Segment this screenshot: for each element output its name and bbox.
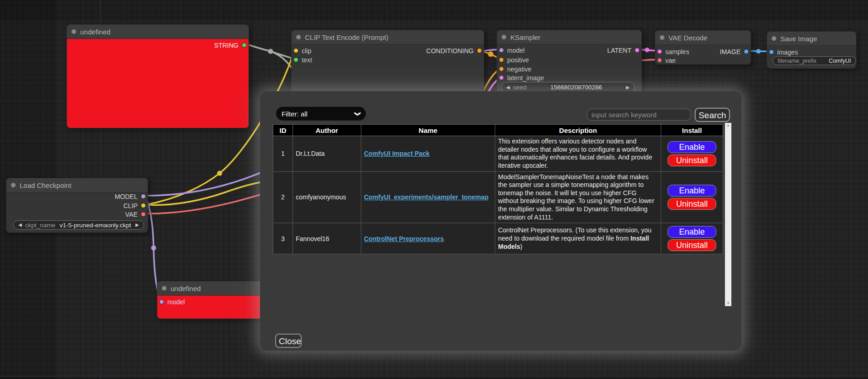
output-label-string: STRING: [214, 42, 238, 49]
table-header-row: ID Author Name Description Install: [273, 125, 723, 136]
input-label-text: text: [302, 56, 312, 64]
reroute-dot-string: [268, 49, 273, 54]
wire-string-to-text: [248, 44, 295, 59]
ckpt-name-widget[interactable]: ◀ ckpt_name v1-5-pruned-emaonly.ckpt ▶: [13, 220, 144, 230]
input-dot-model[interactable]: [159, 299, 164, 304]
reroute-dot-latent: [645, 48, 649, 52]
output-label-image: IMAGE: [720, 48, 741, 55]
reroute-dot-conditioning: [488, 51, 493, 57]
node-title-bar[interactable]: KSampler: [497, 30, 641, 44]
enable-button[interactable]: Enable: [668, 226, 716, 238]
filename-prefix-value[interactable]: ComfyUI: [829, 58, 851, 64]
extension-manager-dialog: Filter: all ❯ Search ID Author Name Desc…: [260, 91, 741, 351]
scroll-up-icon[interactable]: ▲: [726, 123, 730, 128]
node-title-bar[interactable]: Save Image: [767, 32, 856, 46]
extension-link[interactable]: ControlNet Preprocessors: [364, 235, 444, 242]
col-header-id: ID: [273, 125, 293, 136]
node-save-image[interactable]: Save Image images filename_prefix ComfyU…: [767, 31, 857, 69]
input-label-model: model: [167, 298, 185, 306]
node-collapse-dot-icon[interactable]: [296, 35, 301, 39]
input-slot-samples: samples: [657, 49, 689, 55]
scroll-down-icon[interactable]: ▼: [726, 301, 730, 306]
node-clip-text-encode[interactable]: CLIP Text Encode (Prompt) clip text COND…: [291, 30, 484, 94]
input-dot-samples[interactable]: [657, 49, 662, 54]
node-title-text: undefined: [171, 285, 201, 292]
input-dot-images[interactable]: [769, 49, 774, 55]
uninstall-button[interactable]: Uninstall: [668, 154, 716, 166]
input-dot-negative[interactable]: [499, 66, 504, 71]
output-label-vae: VAE: [125, 211, 138, 218]
table-scrollbar[interactable]: ▲ ▼: [725, 123, 731, 306]
uninstall-button[interactable]: Uninstall: [668, 198, 716, 210]
node-title-text: Load Checkpoint: [20, 181, 72, 189]
cell-description: This extension offers various detector n…: [495, 136, 661, 172]
output-dot-latent[interactable]: [635, 48, 640, 53]
node-title-bar[interactable]: CLIP Text Encode (Prompt): [292, 30, 484, 44]
input-dot-text[interactable]: [293, 57, 299, 62]
increment-arrow-icon[interactable]: ▶: [135, 223, 139, 227]
canvas-axis-horizontal: [0, 376, 868, 377]
output-dot-clip[interactable]: [141, 203, 146, 208]
input-dot-model[interactable]: [499, 48, 504, 53]
node-ksampler[interactable]: KSampler model positive negative latent_…: [497, 30, 642, 94]
input-slot-text: text: [293, 57, 312, 63]
node-vae-decode[interactable]: VAE Decode samples vae IMAGE: [655, 30, 751, 65]
input-label-latent-image: latent_image: [507, 74, 544, 82]
node-collapse-dot-icon[interactable]: [162, 286, 166, 291]
search-input[interactable]: [587, 109, 691, 121]
decrement-arrow-icon[interactable]: ◀: [18, 223, 22, 227]
node-undefined-string[interactable]: undefined STRING: [66, 24, 249, 128]
output-label-model: MODEL: [115, 193, 138, 200]
input-dot-clip[interactable]: [293, 48, 299, 53]
ckpt-name-label: ckpt_name: [25, 222, 55, 229]
cell-id: 2: [273, 171, 293, 223]
input-slot-latent-image: latent_image: [499, 75, 544, 81]
input-slot-negative: negative: [499, 66, 531, 72]
node-collapse-dot-icon[interactable]: [772, 36, 776, 41]
seed-value[interactable]: 156680208700286: [550, 84, 602, 91]
cell-install: Enable Uninstall: [661, 136, 723, 172]
input-label-vae: vae: [665, 57, 676, 64]
output-dot-string[interactable]: [242, 43, 247, 48]
node-collapse-dot-icon[interactable]: [11, 183, 16, 187]
node-collapse-dot-icon[interactable]: [72, 29, 76, 34]
output-dot-model[interactable]: [141, 194, 146, 199]
cell-install: Enable Uninstall: [661, 171, 723, 223]
increment-arrow-icon[interactable]: ▶: [626, 85, 630, 90]
filter-select[interactable]: Filter: all ❯: [276, 107, 366, 121]
node-title-bar[interactable]: Load Checkpoint: [6, 178, 148, 192]
filename-prefix-widget[interactable]: filename_prefix ComfyUI: [773, 56, 856, 65]
input-dot-positive[interactable]: [499, 57, 504, 62]
output-dot-image[interactable]: [744, 49, 749, 54]
extension-table: ID Author Name Description Install 1 Dr.…: [273, 124, 723, 254]
filename-prefix-label: filename_prefix: [778, 58, 817, 64]
canvas-edge-shade-bottom: [0, 377, 868, 379]
node-title-bar[interactable]: VAE Decode: [655, 31, 751, 45]
filter-selected-value: Filter: all: [282, 110, 308, 118]
canvas-edge-shade-top: [0, 0, 868, 21]
input-label-negative: negative: [507, 66, 531, 73]
search-button[interactable]: Search: [695, 108, 730, 122]
uninstall-button[interactable]: Uninstall: [668, 239, 716, 251]
output-dot-conditioning[interactable]: [477, 48, 482, 53]
extension-link[interactable]: ComfyUI Impact Pack: [364, 150, 430, 157]
output-label-conditioning: CONDITIONING: [426, 47, 474, 55]
output-slot-latent: LATENT: [607, 47, 640, 53]
node-title-text: VAE Decode: [669, 34, 708, 42]
output-dot-vae[interactable]: [141, 212, 146, 217]
extension-link[interactable]: ComfyUI_experiments/sampler_tonemap: [364, 193, 489, 201]
close-button[interactable]: Close: [275, 334, 302, 348]
node-title-bar[interactable]: undefined: [67, 25, 249, 39]
output-slot-vae: VAE: [125, 211, 146, 217]
ckpt-name-value[interactable]: v1-5-pruned-emaonly.ckpt: [60, 222, 131, 229]
input-dot-vae[interactable]: [657, 58, 662, 63]
enable-button[interactable]: Enable: [668, 185, 716, 197]
node-collapse-dot-icon[interactable]: [502, 35, 506, 39]
input-dot-latent-image[interactable]: [499, 75, 504, 80]
reroute-dot-clip: [217, 171, 222, 176]
comfyui-canvas[interactable]: undefined STRING CLIP Text Encode (Promp…: [0, 0, 868, 379]
decrement-arrow-icon[interactable]: ◀: [506, 85, 510, 90]
node-load-checkpoint[interactable]: Load Checkpoint MODEL CLIP VAE ◀ ckpt_na…: [6, 178, 148, 233]
node-collapse-dot-icon[interactable]: [660, 35, 664, 40]
enable-button[interactable]: Enable: [668, 141, 716, 153]
